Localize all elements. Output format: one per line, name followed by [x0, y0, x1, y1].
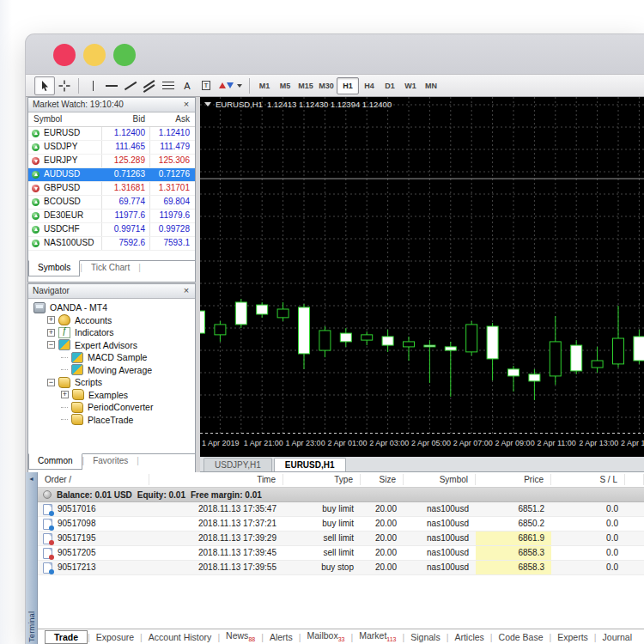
- text-icon[interactable]: A: [178, 77, 197, 94]
- timeframe-button-h1[interactable]: H1: [337, 77, 359, 94]
- column-header-size[interactable]: Size: [361, 474, 404, 485]
- tab-common[interactable]: Common: [28, 453, 82, 470]
- terminal-tab-alerts[interactable]: Alerts: [264, 632, 299, 642]
- tree-expander[interactable]: +: [61, 391, 69, 398]
- column-header-symbol[interactable]: Symbol: [404, 474, 476, 485]
- candle-body: [445, 347, 456, 350]
- channel-icon[interactable]: [140, 77, 159, 94]
- tree-expander[interactable]: −: [47, 341, 55, 349]
- column-ask[interactable]: Ask: [175, 114, 190, 124]
- column-bid[interactable]: Bid: [133, 114, 145, 124]
- market-watch-row[interactable]: EURJPY125.289125.306: [28, 155, 195, 168]
- window-titlebar[interactable]: [26, 34, 644, 74]
- order-row[interactable]: 905170162018.11.13 17:35:47buy limit20.0…: [38, 502, 644, 517]
- terminal-tab-code-base[interactable]: Code Base: [493, 632, 550, 642]
- terminal-tab-account-history[interactable]: Account History: [143, 632, 218, 642]
- buy-order-icon: [49, 511, 54, 516]
- order-row[interactable]: 905171952018.11.13 17:39:29sell limit20.…: [38, 532, 644, 546]
- column-header-s-l[interactable]: S / L: [551, 474, 625, 485]
- timeframe-button-d1[interactable]: D1: [380, 78, 400, 94]
- timeframe-button-m15[interactable]: M15: [295, 78, 316, 94]
- tree-expander[interactable]: +: [47, 329, 55, 337]
- timeframe-button-m30[interactable]: M30: [316, 78, 337, 94]
- close-icon[interactable]: [181, 284, 191, 297]
- chart-window[interactable]: EURUSD,H1 1.12413 1.12430 1.12394 1.1240…: [200, 97, 644, 457]
- terminal-tab-market[interactable]: Market113: [353, 630, 402, 642]
- close-icon[interactable]: [181, 98, 191, 111]
- timeframe-button-m5[interactable]: M5: [275, 78, 295, 94]
- order-sl: 0.0: [551, 532, 625, 545]
- close-window-button[interactable]: [53, 44, 76, 66]
- order-cell: 90517205: [38, 546, 149, 560]
- terminal-tab-journal[interactable]: Journal: [597, 632, 638, 642]
- tab-favorites[interactable]: Favorites: [84, 454, 137, 470]
- terminal-tab-trade[interactable]: Trade: [45, 630, 88, 644]
- timeframe-button-w1[interactable]: W1: [400, 78, 421, 94]
- minimize-window-button[interactable]: [83, 44, 106, 66]
- label-icon[interactable]: T: [197, 77, 216, 94]
- terminal-tab-news[interactable]: News88: [220, 630, 261, 642]
- tree-item-examples[interactable]: +Examples: [28, 389, 195, 402]
- terminal-tab-mailbox[interactable]: Mailbox33: [301, 630, 350, 642]
- market-watch-row[interactable]: DE30EUR11977.611979.6: [28, 210, 195, 223]
- candlestick-chart[interactable]: [200, 97, 644, 434]
- zoom-window-button[interactable]: [113, 44, 136, 66]
- tree-item-placetrade[interactable]: PlaceTrade: [28, 414, 195, 427]
- chart-tab-usdjpy-h1[interactable]: USDJPY,H1: [204, 458, 272, 471]
- market-watch-row[interactable]: USDCHF0.997140.99728: [28, 223, 195, 237]
- column-symbol[interactable]: Symbol: [33, 114, 62, 124]
- terminal-tab-label: Mailbox: [307, 630, 337, 641]
- timeframe-button-m1[interactable]: M1: [254, 78, 275, 94]
- tree-item-oanda-mt4[interactable]: OANDA - MT4: [28, 301, 195, 314]
- market-watch-row[interactable]: AUDUSD0.712630.71276: [28, 168, 195, 182]
- tree-item-label: PlaceTrade: [88, 415, 133, 425]
- terminal-tab-articles[interactable]: Articles: [448, 632, 489, 642]
- trendline-icon[interactable]: [121, 77, 140, 94]
- terminal-grip[interactable]: Terminal: [26, 472, 38, 644]
- tree-item-indicators[interactable]: +Indicators: [28, 326, 195, 339]
- column-header-order[interactable]: Order /: [38, 474, 149, 485]
- timeframe-button-h4[interactable]: H4: [359, 78, 380, 94]
- vertical-line-icon[interactable]: [83, 77, 102, 94]
- column-header-price[interactable]: Price: [476, 474, 551, 485]
- shapes-icon[interactable]: [216, 77, 245, 94]
- fibonacci-icon[interactable]: [159, 77, 178, 94]
- chart-tab-eurusd-h1[interactable]: EURUSD,H1: [274, 458, 346, 471]
- tree-item-expert-advisors[interactable]: −Expert Advisors: [28, 339, 195, 352]
- symbol-name: USDCHF: [44, 224, 80, 234]
- market-watch-row[interactable]: EURUSD1.124001.12410: [28, 127, 195, 141]
- market-watch-row[interactable]: GBPUSD1.316811.31701: [28, 182, 195, 196]
- column-header-time[interactable]: Time: [149, 474, 283, 485]
- ask-value: 69.804: [163, 197, 190, 206]
- tree-expander[interactable]: +: [47, 316, 55, 324]
- order-row[interactable]: 905172132018.11.13 17:39:55buy stop20.00…: [38, 561, 644, 575]
- tree-item-scripts[interactable]: −Scripts: [28, 376, 195, 389]
- cursor-icon[interactable]: [34, 76, 55, 95]
- horizontal-line-icon[interactable]: [102, 77, 121, 94]
- market-watch-row[interactable]: NAS100USD7592.67593.1: [28, 237, 195, 251]
- market-watch-row[interactable]: USDJPY111.465111.479: [28, 141, 195, 155]
- expert-advisor-icon: [71, 352, 83, 363]
- tab-tick-chart[interactable]: Tick Chart: [82, 261, 138, 276]
- tree-item-macd-sample[interactable]: MACD Sample: [28, 351, 195, 364]
- terminal-tab-signals[interactable]: Signals: [404, 632, 446, 642]
- chart-dropdown-icon[interactable]: [204, 102, 211, 106]
- tree-item-label: Accounts: [75, 315, 112, 325]
- tree-expander[interactable]: −: [47, 379, 55, 386]
- order-row[interactable]: 905170982018.11.13 17:37:21buy limit20.0…: [38, 517, 644, 532]
- market-watch-title-text: Market Watch: 19:10:40: [33, 100, 124, 109]
- order-row[interactable]: 905172052018.11.13 17:39:45sell limit20.…: [38, 546, 644, 561]
- market-watch-row[interactable]: BCOUSD69.77469.804: [28, 196, 195, 210]
- terminal-tab-experts[interactable]: Experts: [551, 632, 594, 642]
- navigator-panel: Navigator OANDA - MT4+Accounts+Indicator…: [27, 283, 196, 474]
- column-header-type[interactable]: Type: [283, 474, 361, 485]
- crosshair-icon[interactable]: [55, 77, 74, 94]
- script-icon: [71, 414, 83, 425]
- tree-item-periodconverter[interactable]: PeriodConverter: [28, 401, 195, 414]
- tree-item-moving-average[interactable]: Moving Average: [28, 364, 195, 377]
- terminal-tab-exposure[interactable]: Exposure: [90, 632, 140, 642]
- collapse-arrow-icon[interactable]: [28, 476, 34, 482]
- tree-item-accounts[interactable]: +Accounts: [28, 314, 195, 327]
- timeframe-button-mn[interactable]: MN: [421, 78, 441, 94]
- tab-symbols[interactable]: Symbols: [28, 260, 80, 276]
